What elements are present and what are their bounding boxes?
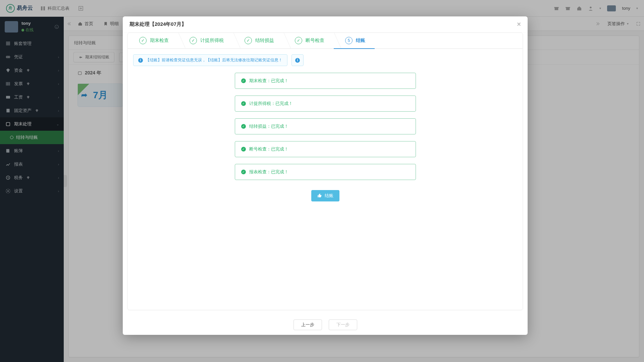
- step-label: 结账: [356, 38, 365, 44]
- close-icon[interactable]: ×: [517, 20, 521, 28]
- check-circle-icon: ✓: [241, 147, 246, 152]
- info-icon: i: [295, 58, 300, 63]
- info-alert-text: 【结账】前请检查凭证信息无误，【结账】后将无法修改往期记账凭证信息！: [146, 57, 282, 63]
- info-alert-extra[interactable]: i: [291, 54, 304, 66]
- step-label: 计提所得税: [200, 38, 224, 44]
- status-item: ✓ 断号检查：已完成！: [235, 141, 416, 157]
- status-item: ✓ 期末检查：已完成！: [235, 73, 416, 89]
- prev-button[interactable]: 上一步: [293, 319, 322, 330]
- modal-header: 期末处理【2024年07月】 ×: [123, 16, 528, 33]
- status-item: ✓ 计提所得税：已完成！: [235, 96, 416, 112]
- info-alert: i 【结账】前请检查凭证信息无误，【结账】后将无法修改往期记账凭证信息！: [133, 54, 287, 66]
- alert-row: i 【结账】前请检查凭证信息无误，【结账】后将无法修改往期记账凭证信息！ i: [128, 49, 523, 69]
- close-books-label: 结账: [325, 193, 333, 199]
- check-circle-icon: ✓: [241, 78, 246, 83]
- modal-title: 期末处理【2024年07月】: [129, 21, 186, 27]
- status-text: 期末检查：已完成！: [249, 78, 288, 84]
- thumbs-up-icon: [317, 193, 322, 198]
- step-label: 结转损益: [255, 38, 274, 44]
- prev-button-label: 上一步: [301, 322, 314, 327]
- step-gap[interactable]: ✓ 断号检查: [283, 33, 334, 48]
- status-text: 断号检查：已完成！: [249, 146, 288, 152]
- status-text: 计提所得税：已完成！: [249, 101, 293, 107]
- status-text: 结转损益：已完成！: [249, 123, 288, 129]
- status-item: ✓ 报表检查：已完成！: [235, 164, 416, 180]
- check-icon: ✓: [190, 37, 197, 44]
- modal-inner: 期末处理【2024年07月】 × ✓ 期末检查 ✓ 计提所得税 ✓: [123, 16, 528, 335]
- next-button-label: 下一步: [336, 322, 350, 327]
- step-check[interactable]: ✓ 期末检查: [128, 33, 178, 48]
- step-number: 5: [345, 37, 353, 44]
- status-list: ✓ 期末检查：已完成！ ✓ 计提所得税：已完成！ ✓ 结转损益：已完成！ ✓ 断…: [128, 69, 523, 205]
- check-icon: ✓: [139, 37, 147, 44]
- next-button: 下一步: [329, 319, 357, 330]
- status-text: 报表检查：已完成！: [249, 169, 288, 175]
- step-label: 断号检查: [306, 38, 324, 44]
- check-icon: ✓: [245, 37, 252, 44]
- check-circle-icon: ✓: [241, 124, 246, 129]
- info-icon: i: [138, 58, 143, 63]
- modal-footer: 上一步 下一步: [123, 315, 528, 335]
- step-label: 期末检查: [150, 38, 169, 44]
- step-tax[interactable]: ✓ 计提所得税: [178, 33, 233, 48]
- modal: 期末处理【2024年07月】 × ✓ 期末检查 ✓ 计提所得税 ✓: [123, 16, 528, 348]
- check-icon: ✓: [295, 37, 302, 44]
- check-circle-icon: ✓: [241, 101, 246, 106]
- status-item: ✓ 结转损益：已完成！: [235, 118, 416, 134]
- step-pl[interactable]: ✓ 结转损益: [233, 33, 283, 48]
- step-close[interactable]: 5 结账: [334, 33, 375, 49]
- check-circle-icon: ✓: [241, 170, 246, 174]
- close-books-button[interactable]: 结账: [311, 190, 339, 201]
- stepper: ✓ 期末检查 ✓ 计提所得税 ✓ 结转损益 ✓ 断号检查: [128, 33, 523, 49]
